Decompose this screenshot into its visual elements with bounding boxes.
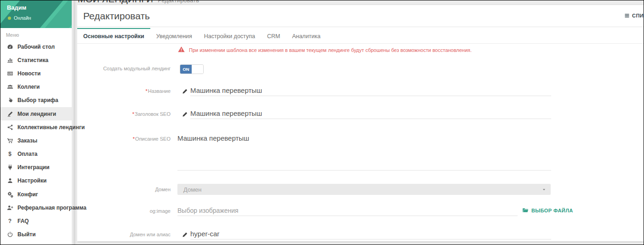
toggle-track — [192, 65, 203, 74]
sidebar-item-7[interactable]: Заказы — [0, 134, 72, 147]
tab-4[interactable]: Аналитика — [286, 28, 326, 43]
card-header: Редактировать СПИСОК — [77, 5, 644, 27]
sidebar-item-12[interactable]: Реферальная программа — [0, 201, 72, 214]
required-mark: * — [132, 111, 134, 117]
user-status: Онлайн — [0, 11, 72, 21]
sidebar: Вадим Онлайн Меню Рабочий стол Статистик… — [0, 0, 72, 245]
choose-file-button[interactable]: ВЫБОР ФАЙЛА — [522, 207, 573, 213]
warning-icon — [178, 46, 185, 53]
edit-pencil-icon — [182, 88, 188, 94]
cart-icon — [6, 137, 14, 144]
share-icon — [6, 124, 14, 131]
tab-2[interactable]: Настройки доступа — [198, 28, 261, 43]
user-name: Вадим — [0, 0, 72, 11]
main-area: МОИ ЛЕНДИНГИ Редактировать Редактировать… — [77, 0, 644, 245]
field-label-modular: Создать модульный лендинг — [77, 66, 171, 72]
page-header: МОИ ЛЕНДИНГИ Редактировать — [78, 0, 199, 5]
folder-icon — [522, 207, 529, 213]
sidebar-menu: Рабочий стол Статистика Новости Коллеги … — [0, 40, 72, 241]
edit-pencil-icon — [182, 231, 188, 237]
newspaper-icon — [6, 70, 14, 77]
name-input[interactable] — [190, 86, 551, 96]
hand-pointer-icon — [6, 97, 14, 104]
sidebar-item-10[interactable]: Настройки — [0, 174, 72, 188]
card-title: Редактировать — [83, 11, 150, 22]
field-label-og-image: og:image — [77, 208, 171, 214]
question-icon: ? — [6, 218, 14, 225]
tab-0[interactable]: Основные настройки — [77, 28, 150, 43]
bar-chart-icon — [6, 57, 14, 63]
sidebar-item-2[interactable]: Новости — [0, 67, 72, 80]
tab-3[interactable]: CRM — [261, 28, 286, 43]
field-label-seo-title: *Заголовок SEO — [77, 111, 171, 117]
og-image-input[interactable] — [177, 206, 518, 216]
sidebar-item-3[interactable]: Коллеги — [0, 80, 72, 94]
domain-select-value: Домен — [183, 186, 202, 193]
sidebar-item-4[interactable]: Выбор тарифа — [0, 94, 72, 107]
user-status-label: Онлайн — [14, 15, 31, 21]
template-warning: При изменении шаблона все изменения в ва… — [178, 46, 472, 54]
warning-text: При изменении шаблона все изменения в ва… — [189, 46, 472, 54]
required-mark: * — [146, 88, 148, 94]
menu-section-label: Меню — [0, 28, 72, 40]
edit-pencil-icon — [182, 111, 188, 117]
choose-file-label: ВЫБОР ФАЙЛА — [531, 208, 573, 213]
page-title: МОИ ЛЕНДИНГИ — [78, 0, 153, 5]
sidebar-item-1[interactable]: Статистика — [0, 53, 72, 67]
user-panel: Вадим Онлайн — [0, 0, 72, 28]
field-label-seo-description: *Описание SEO — [77, 136, 171, 142]
seo-title-input[interactable] — [190, 109, 551, 119]
tab-bar: Основные настройки Уведомления Настройки… — [77, 28, 644, 44]
tab-1[interactable]: Уведомления — [150, 28, 198, 43]
dollar-icon: $ — [6, 151, 14, 158]
sidebar-item-13[interactable]: ? FAQ — [0, 214, 72, 228]
dashboard-icon — [6, 43, 14, 50]
list-button-label: СПИСОК — [632, 13, 644, 18]
sidebar-item-0[interactable]: Рабочий стол — [0, 40, 72, 53]
list-button[interactable]: СПИСОК — [624, 13, 644, 18]
field-label-domain: Домен — [77, 187, 171, 193]
user-icon — [6, 177, 14, 184]
plug-icon — [6, 164, 14, 171]
modular-toggle[interactable]: ON — [180, 64, 204, 74]
power-icon — [6, 231, 14, 238]
users-icon — [6, 84, 14, 91]
sidebar-item-6[interactable]: Коллективные лендинги — [0, 120, 72, 134]
list-icon — [624, 13, 630, 18]
user-plus-icon — [6, 204, 14, 211]
pen-icon — [6, 110, 14, 117]
online-dot-icon — [8, 17, 11, 20]
sidebar-item-5[interactable]: Мои лендинги — [0, 107, 72, 120]
field-label-alias: Домен или алиас — [77, 232, 171, 238]
required-mark: * — [133, 136, 135, 142]
alias-input[interactable] — [190, 230, 551, 239]
app-window: Вадим Онлайн Меню Рабочий стол Статистик… — [0, 0, 644, 245]
page-subtitle: Редактировать — [158, 0, 199, 4]
field-label-name: *Название — [77, 88, 171, 94]
sidebar-item-9[interactable]: Интеграции — [0, 161, 72, 174]
sidebar-item-11[interactable]: Конфиг — [0, 188, 72, 201]
toggle-on-label: ON — [180, 65, 192, 74]
gears-icon — [6, 191, 14, 198]
sidebar-item-8[interactable]: $ Оплата — [0, 148, 72, 161]
domain-select[interactable]: Домен — [177, 184, 551, 195]
sidebar-item-14[interactable]: Выйти — [0, 228, 72, 241]
edit-card: Редактировать СПИСОК Основные настройки … — [77, 5, 644, 241]
chevron-down-icon — [542, 188, 546, 192]
seo-description-textarea[interactable]: Машинка перевертыш — [177, 134, 551, 171]
